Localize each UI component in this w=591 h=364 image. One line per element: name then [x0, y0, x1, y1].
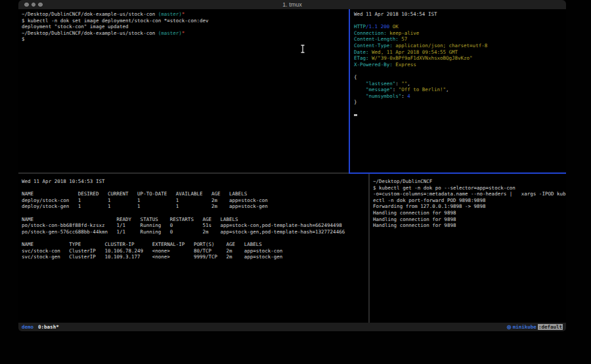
kubernetes-helm-icon [506, 325, 512, 330]
terminal-line: ~/Desktop/DublinCNCF/dok-example-us/stoc… [22, 11, 349, 18]
terminal-line: ~/Desktop/DublinCNCF/dok-example-us/stoc… [22, 30, 349, 37]
terminal-text-segment: (master) [158, 11, 182, 17]
kube-context-label: minikube [513, 324, 536, 330]
terminal-line: deploy/stock-con 1 1 1 1 2m app=stock-co… [22, 197, 368, 204]
terminal-text-segment: Content-Type: [354, 43, 393, 49]
tmux-status-bar: demo 0:bash* minikube :default [18, 323, 566, 331]
terminal-line: Content-Type: application/json; charset=… [354, 43, 566, 49]
pane-bottom-left-kubectl-get[interactable]: Wed 11 Apr 2018 10:54:53 ISTNAME DESIRED… [18, 174, 368, 323]
terminal-text-segment: ectl -n dok port-forward POD 9898:9898 [373, 197, 486, 203]
terminal-text-segment: "Off to Berlin!" [399, 87, 446, 92]
text-ibeam-pointer-icon [300, 45, 305, 53]
terminal-line: Forwarding from 127.0.0.1:9898 -> 9898 [373, 203, 566, 210]
terminal-text-segment: NAME DESIRED CURRENT UP-TO-DATE AVAILABL… [22, 191, 247, 197]
terminal-text-segment: deploy/stock-con 1 1 1 1 2m app=stock-co… [22, 197, 268, 203]
terminal-text-segment: HTTP [354, 24, 366, 30]
terminal-text-segment: ~/Desktop/DublinCNCF/dok-example-us/stoc… [22, 30, 158, 36]
terminal-text-segment: : [395, 81, 401, 87]
tmux-window-tab[interactable]: 0:bash* [38, 324, 59, 330]
terminal-text-segment: Handling connection for 9898 [373, 210, 456, 216]
terminal-text-segment: { [354, 74, 357, 80]
terminal-line: X-Powered-By: Express [354, 62, 566, 68]
pane-top-right-http-response[interactable]: Wed 11 Apr 2018 10:54:54 ISTHTTP/1.1 200… [350, 9, 566, 172]
terminal-line: $ kubectl get -n dok po --selector=app=s… [373, 185, 566, 192]
terminal-line: { [354, 74, 566, 81]
pane-top-left-shell[interactable]: ~/Desktop/DublinCNCF/dok-example-us/stoc… [18, 9, 349, 172]
terminal-line: po/stock-gen-576cc688bb-44kmn 1/1 Runnin… [22, 229, 368, 235]
terminal-text-segment: , [446, 87, 449, 92]
terminal-text-segment: Handling connection for 9898 [373, 216, 456, 222]
terminal-line: "message": "Off to Berlin!", [354, 87, 566, 93]
terminal-text-segment: Wed 11 Apr 2018 10:54:53 IST [22, 178, 104, 184]
terminal-line: "lastseen": "", [354, 81, 566, 87]
terminal-text-segment: deployment "stock-con" image updated [22, 24, 129, 30]
terminal-text-segment: po/stock-con-bb68f88fd-kzsxz 1/1 Running… [22, 222, 342, 228]
terminal-text-segment: -o=custom-columns=:metadata.name --no-he… [373, 191, 566, 197]
zoom-button[interactable] [38, 3, 43, 7]
terminal-text-segment: $ kubectl get -n dok po --selector=app=s… [373, 185, 515, 191]
terminal-text-segment: Express [393, 62, 416, 68]
terminal-text-segment: "" [401, 81, 407, 87]
terminal-text-segment: "message" [354, 87, 393, 92]
terminal-text-segment: application/json; charset=utf-8 [393, 43, 488, 49]
terminal-line: Handling connection for 9898 [373, 222, 566, 229]
terminal-text-segment: : [393, 87, 399, 92]
terminal-line: ETag: W/"39-0xBPf9aF1dXVNxhsxoBQgJ8vKzo" [354, 55, 566, 62]
terminal-text-segment: Content-Length: [354, 36, 399, 42]
tmux-terminal: ~/Desktop/DublinCNCF/dok-example-us/stoc… [18, 9, 566, 323]
terminal-text-segment: ~/Desktop/DublinCNCF/dok-example-us/stoc… [22, 11, 158, 17]
terminal-text-segment: NAME TYPE CLUSTER-IP EXTERNAL-IP PORT(S)… [22, 241, 262, 247]
terminal-line: -o=custom-columns=:metadata.name --no-he… [373, 191, 566, 197]
terminal-text-segment: * [182, 30, 185, 36]
terminal-line: po/stock-con-bb68f88fd-kzsxz 1/1 Running… [22, 222, 368, 229]
terminal-text-segment: Forwarding from 127.0.0.1:9898 -> 9898 [373, 203, 486, 209]
desktop-background: { "window": { "title": "1. tmux", "contr… [0, 0, 591, 364]
terminal-line: deployment "stock-con" image updated [22, 24, 349, 30]
terminal-text-segment: svc/stock-gen ClusterIP 10.109.3.177 <no… [22, 254, 282, 260]
window-title: 1. tmux [282, 1, 302, 8]
terminal-cursor [354, 114, 357, 116]
terminal-text-segment: : [401, 93, 407, 99]
terminal-line [22, 210, 368, 216]
terminal-line [354, 18, 566, 24]
terminal-text-segment: "numsymbols" [354, 93, 401, 99]
terminal-text-segment: deploy/stock-gen 1 1 1 1 2m app=stock-ge… [22, 203, 268, 209]
terminal-line [22, 235, 368, 241]
tmux-status-right: minikube :default [506, 324, 563, 330]
terminal-text-segment: svc/stock-con ClusterIP 10.106.78.249 <n… [22, 248, 282, 254]
pane-bottom-right-port-forward[interactable]: ~/Desktop/DublinCNCF$ kubectl get -n dok… [370, 174, 566, 323]
window-titlebar[interactable]: 1. tmux [18, 0, 566, 9]
terminal-text-segment: * [182, 11, 185, 17]
kube-namespace-label: :default [538, 324, 563, 330]
minimize-button[interactable] [32, 3, 36, 7]
window-controls [24, 0, 43, 9]
terminal-line [354, 106, 566, 112]
terminal-line: Content-Length: 57 [354, 36, 566, 43]
terminal-text-segment: Connection: [354, 30, 387, 36]
terminal-text-segment: X-Powered-By: [354, 62, 393, 68]
terminal-line: $ kubectl -n dok set image deployment/st… [22, 18, 349, 24]
terminal-text-segment: "lastseen" [354, 81, 395, 87]
terminal-text-segment: /1.1 200 [366, 24, 389, 30]
terminal-text-segment: 4 [407, 93, 410, 99]
terminal-line: Date: Wed, 11 Apr 2018 09:54:55 GMT [354, 49, 566, 56]
terminal-window: 1. tmux ~/Desktop/DublinCNCF/dok-example… [18, 0, 566, 331]
terminal-line: Wed 11 Apr 2018 10:54:53 IST [22, 178, 368, 185]
terminal-text-segment: 57 [399, 36, 408, 42]
terminal-line: Handling connection for 9898 [373, 216, 566, 223]
terminal-text-segment: ETag: [354, 55, 369, 61]
terminal-line: ectl -n dok port-forward POD 9898:9898 [373, 197, 566, 204]
terminal-text-segment: } [354, 99, 357, 105]
terminal-text-segment: Date: [354, 49, 369, 55]
terminal-text-segment: keep-alive [387, 30, 420, 36]
terminal-line: svc/stock-con ClusterIP 10.106.78.249 <n… [22, 248, 368, 254]
terminal-line [354, 112, 566, 119]
terminal-line: Handling connection for 9898 [373, 210, 566, 216]
terminal-line: $ [22, 36, 349, 43]
terminal-text-segment: NAME READY STATUS RESTARTS AGE LABELS [22, 216, 238, 222]
terminal-line: HTTP/1.1 200 OK [354, 24, 566, 30]
terminal-line: deploy/stock-gen 1 1 1 1 2m app=stock-ge… [22, 203, 368, 210]
terminal-text-segment: OK [389, 24, 399, 30]
close-button[interactable] [24, 3, 29, 7]
terminal-text-segment: (master) [158, 30, 182, 36]
